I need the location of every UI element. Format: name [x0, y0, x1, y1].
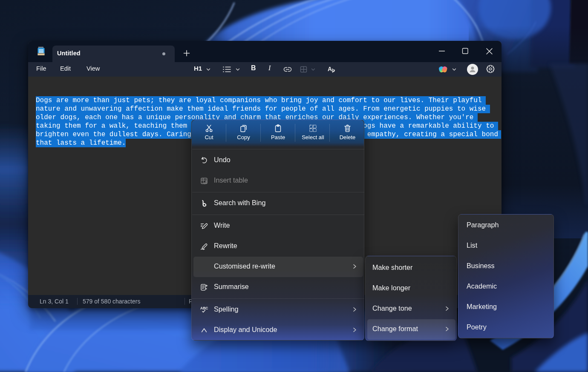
svg-text:A: A — [328, 66, 332, 72]
svg-text:ABC: ABC — [200, 306, 208, 310]
